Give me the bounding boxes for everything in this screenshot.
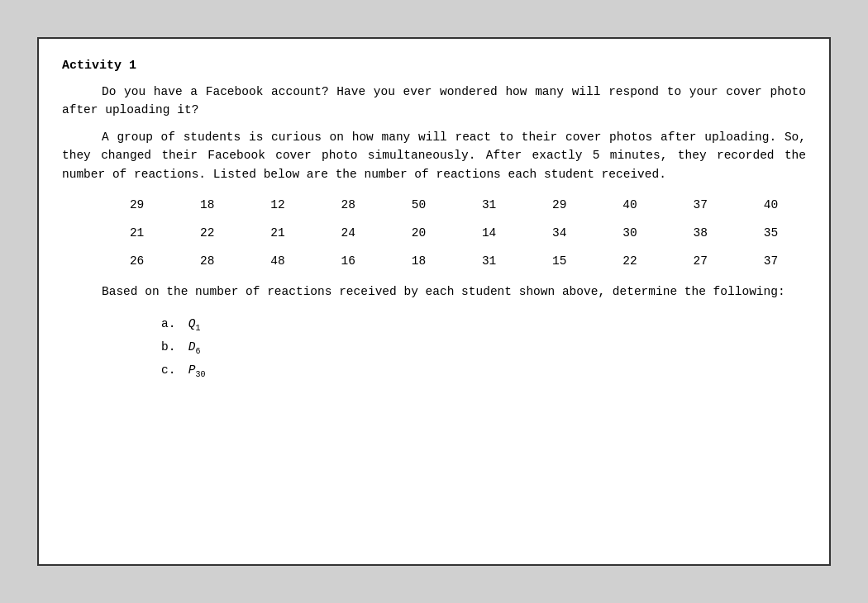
question-c: c. P30 [62,359,806,382]
data-cell: 27 [665,254,736,268]
data-cell: 38 [665,226,736,240]
data-cell: 40 [736,198,806,211]
data-cell: 30 [594,226,665,240]
question-a: a. Q1 [62,313,806,336]
data-cell: 40 [594,198,665,211]
data-cell: 37 [665,198,736,211]
data-section: 29 18 12 28 50 31 29 40 37 40 21 22 21 2… [62,198,806,268]
question-a-symbol: Q1 [188,317,201,330]
data-cell: 31 [454,198,524,211]
data-cell: 26 [102,254,172,268]
data-cell: 48 [242,254,312,268]
data-cell: 37 [736,254,806,268]
data-cell: 22 [594,254,665,268]
data-cell: 21 [102,226,172,240]
data-cell: 29 [102,198,172,211]
data-cell: 31 [454,254,524,268]
data-cell: 24 [313,226,384,240]
data-cell: 20 [384,226,454,240]
data-cell: 18 [384,254,454,268]
question-a-label: a. [161,313,181,336]
questions-intro: Based on the number of reactions receive… [62,283,806,301]
question-b-label: b. [161,336,181,359]
data-cell: 50 [384,198,454,211]
data-cell: 28 [313,198,384,211]
paragraph-1: Do you have a Facebook account? Have you… [62,83,806,120]
question-c-label: c. [161,359,181,382]
question-b: b. D6 [62,336,806,359]
data-cell: 22 [172,226,242,240]
data-cell: 15 [524,254,594,268]
data-cell: 14 [454,226,524,240]
data-cell: 18 [172,198,242,211]
data-cell: 35 [736,226,806,240]
data-row-3: 26 28 48 16 18 31 15 22 27 37 [62,254,806,268]
questions-section: Based on the number of reactions receive… [62,283,806,382]
activity-title: Activity 1 [62,59,806,73]
data-cell: 16 [313,254,384,268]
data-cell: 29 [524,198,594,211]
paragraph-2: A group of students is curious on how ma… [62,128,806,183]
question-c-symbol: P30 [188,363,206,377]
content-box: Activity 1 Do you have a Facebook accoun… [37,37,831,566]
data-cell: 21 [242,226,312,240]
data-row-2: 21 22 21 24 20 14 34 30 38 35 [62,226,806,240]
data-row-1: 29 18 12 28 50 31 29 40 37 40 [62,198,806,211]
data-cell: 28 [172,254,242,268]
data-cell: 12 [242,198,312,211]
data-cell: 34 [524,226,594,240]
page-container: Activity 1 Do you have a Facebook accoun… [0,0,868,603]
question-b-symbol: D6 [188,340,201,354]
